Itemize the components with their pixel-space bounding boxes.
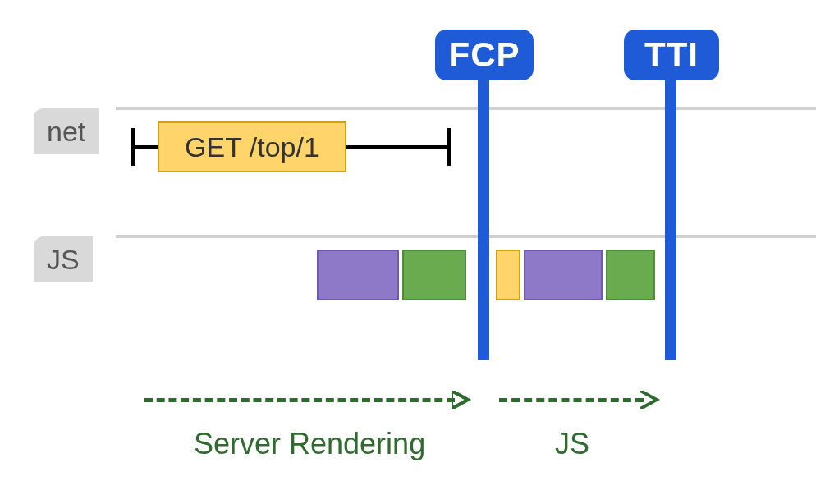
timeline-diagram: net GET /top/1 JS FCP TTI Server Renderi… <box>0 0 816 504</box>
js-track-label: JS <box>34 236 93 282</box>
tti-marker-badge: TTI <box>624 30 719 80</box>
js-task-block <box>402 250 466 300</box>
server-rendering-phase-arrow <box>144 398 455 402</box>
js-phase-label: JS <box>555 427 589 461</box>
fcp-marker-label: FCP <box>449 35 520 75</box>
js-track-label-text: JS <box>47 244 80 276</box>
js-task-block <box>317 250 399 300</box>
net-request-bar: GET /top/1 <box>158 121 346 172</box>
fcp-marker-badge: FCP <box>435 30 534 80</box>
net-whisker-right-tick <box>447 128 451 166</box>
net-whisker-left-tick <box>131 128 135 166</box>
fcp-marker-line <box>478 80 489 360</box>
tti-marker-line <box>665 80 676 360</box>
js-track-baseline <box>116 235 816 238</box>
net-track-baseline <box>116 107 816 110</box>
js-phase-arrow <box>499 398 644 402</box>
tti-marker-label: TTI <box>644 35 699 75</box>
net-request-label: GET /top/1 <box>185 131 319 163</box>
arrowhead-icon <box>640 391 660 409</box>
net-track-label-text: net <box>47 116 85 148</box>
js-task-block <box>606 250 655 300</box>
net-track-label: net <box>34 108 99 154</box>
js-task-block <box>524 250 603 300</box>
js-task-block <box>496 250 520 300</box>
server-rendering-phase-label: Server Rendering <box>194 427 425 461</box>
arrowhead-icon <box>452 391 471 409</box>
